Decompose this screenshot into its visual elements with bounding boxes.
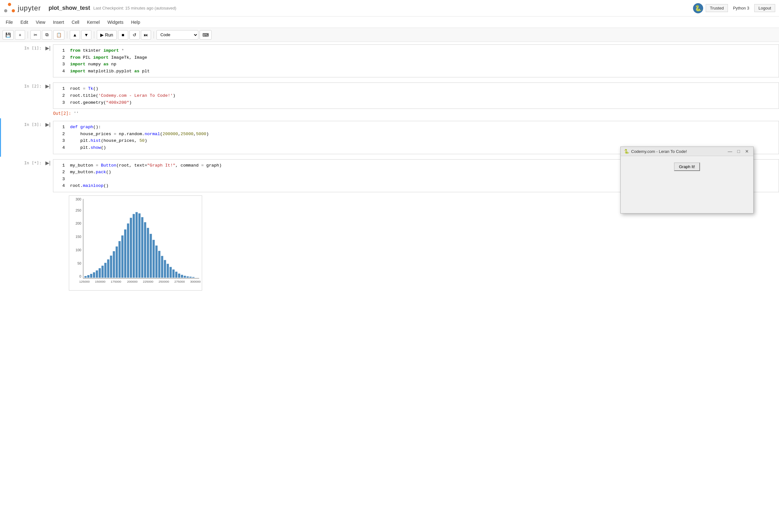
topbar-right: 🐍 Trusted Python 3 Logout (693, 3, 775, 13)
menu-insert[interactable]: Insert (50, 18, 67, 26)
svg-text:250000: 250000 (159, 280, 170, 283)
cell-4-next-btn[interactable]: ▶| (45, 159, 53, 166)
svg-rect-24 (102, 266, 104, 278)
svg-text:125000: 125000 (79, 280, 90, 283)
cell-2-next-btn[interactable]: ▶| (45, 82, 53, 89)
cell-1-next-btn[interactable]: ▶| (45, 45, 53, 51)
cut-cell-button[interactable]: ✂ (31, 30, 41, 40)
cell-type-select[interactable]: Code Markdown Raw NBConvert Heading (157, 30, 198, 40)
svg-rect-38 (141, 217, 143, 278)
svg-text:200000: 200000 (127, 280, 138, 283)
cell-2-content: 1 root = Tk() 2 root.title('Codemy.com -… (53, 82, 779, 116)
cell-2-prompt: In [2]: (1, 82, 45, 88)
cell-2-out-label: Out[2]: (53, 111, 71, 116)
svg-text:225000: 225000 (143, 280, 154, 283)
svg-rect-35 (133, 214, 135, 278)
graph-it-button[interactable]: Graph It! (674, 162, 700, 171)
copy-cell-button[interactable]: ⧉ (42, 30, 52, 40)
svg-rect-56 (192, 277, 194, 278)
svg-rect-49 (172, 269, 175, 278)
cell-4-in-label: In [*]: (24, 160, 42, 165)
tkinter-close-button[interactable]: ✕ (744, 149, 750, 154)
menu-cell[interactable]: Cell (68, 18, 82, 26)
menu-edit[interactable]: Edit (17, 18, 32, 26)
svg-text:250: 250 (75, 208, 81, 212)
cell-1: In [1]: ▶| 1 from tkinter import * 2 fro… (0, 42, 779, 80)
cell-3-next-btn[interactable]: ▶| (45, 121, 53, 128)
jupyter-logo: jupyter (4, 3, 41, 14)
logout-button[interactable]: Logout (754, 4, 775, 12)
menu-widgets[interactable]: Widgets (104, 18, 127, 26)
svg-rect-47 (167, 264, 169, 278)
cell-2-code[interactable]: 1 root = Tk() 2 root.title('Codemy.com -… (53, 82, 779, 109)
restart-run-button[interactable]: ⏭ (141, 30, 151, 40)
svg-rect-27 (110, 256, 112, 278)
svg-rect-48 (170, 267, 172, 278)
save-button[interactable]: 💾 (3, 30, 14, 40)
run-button[interactable]: ▶ Run (97, 30, 117, 40)
svg-rect-33 (127, 223, 129, 278)
svg-point-1 (12, 9, 15, 12)
move-up-button[interactable]: ▲ (70, 30, 80, 40)
svg-rect-19 (87, 275, 89, 278)
tkinter-titlebar-controls: — □ ✕ (727, 149, 750, 154)
svg-rect-52 (181, 275, 183, 278)
svg-rect-43 (156, 246, 158, 278)
toolbar-separator-4 (154, 31, 154, 39)
keyboard-shortcut-button[interactable]: ⌨ (199, 30, 212, 40)
svg-rect-55 (189, 277, 192, 278)
svg-text:275000: 275000 (175, 280, 185, 283)
toolbar: 💾 + ✂ ⧉ 📋 ▲ ▼ ▶ Run ■ ↺ ⏭ Code Markdown … (0, 28, 779, 42)
move-down-button[interactable]: ▼ (81, 30, 92, 40)
svg-rect-30 (119, 241, 121, 278)
topbar: jupyter plot_show_test Last Checkpoint: … (0, 0, 779, 16)
trusted-button[interactable]: Trusted (706, 4, 728, 12)
cell-1-code[interactable]: 1 from tkinter import * 2 from PIL impor… (53, 45, 779, 77)
add-cell-button[interactable]: + (15, 30, 25, 40)
svg-text:300: 300 (75, 197, 81, 201)
svg-text:150: 150 (75, 235, 81, 239)
svg-rect-41 (150, 234, 152, 278)
svg-rect-26 (107, 260, 110, 278)
cell-2: In [2]: ▶| 1 root = Tk() 2 root.title('C… (0, 80, 779, 118)
svg-rect-22 (96, 270, 98, 278)
svg-rect-18 (84, 276, 86, 278)
menubar: File Edit View Insert Cell Kernel Widget… (0, 16, 779, 28)
cell-1-in-label: In [1]: (24, 46, 42, 51)
cell-2-output: Out[2]: '' (53, 109, 779, 116)
toolbar-separator-3 (94, 31, 94, 39)
checkpoint-info: Last Checkpoint: 15 minutes ago (autosav… (93, 6, 176, 10)
cell-1-content: 1 from tkinter import * 2 from PIL impor… (53, 45, 779, 77)
svg-text:200: 200 (75, 221, 81, 225)
svg-rect-32 (124, 229, 126, 278)
toolbar-separator-2 (67, 31, 67, 39)
menu-help[interactable]: Help (128, 18, 143, 26)
svg-rect-44 (158, 251, 161, 278)
svg-rect-50 (175, 272, 177, 278)
svg-rect-39 (144, 222, 146, 278)
notebook-area: In [1]: ▶| 1 from tkinter import * 2 fro… (0, 42, 779, 296)
kernel-info: Python 3 (730, 4, 752, 12)
restart-button[interactable]: ↺ (129, 30, 140, 40)
svg-text:0: 0 (79, 274, 81, 278)
svg-text:175000: 175000 (111, 280, 122, 283)
tkinter-titlebar: 🐍 Codemy.com - Leran To Code! — □ ✕ (621, 147, 753, 156)
svg-text:100: 100 (75, 248, 81, 252)
svg-rect-23 (99, 268, 101, 278)
tkinter-minimize-button[interactable]: — (727, 149, 734, 154)
notebook-title: plot_show_test (49, 5, 90, 11)
jupyter-wordmark: jupyter (18, 4, 41, 12)
tkinter-maximize-button[interactable]: □ (736, 149, 741, 154)
svg-rect-28 (113, 251, 115, 278)
stop-button[interactable]: ■ (118, 30, 128, 40)
cell-3-prompt: In [3]: (1, 121, 45, 127)
menu-kernel[interactable]: Kernel (84, 18, 103, 26)
svg-rect-42 (153, 240, 155, 278)
paste-cell-button[interactable]: 📋 (53, 30, 64, 40)
menu-file[interactable]: File (3, 18, 16, 26)
cell-4-prompt: In [*]: (1, 159, 45, 165)
svg-rect-45 (161, 256, 164, 278)
svg-rect-21 (93, 272, 95, 278)
menu-view[interactable]: View (33, 18, 49, 26)
svg-rect-37 (138, 213, 140, 278)
